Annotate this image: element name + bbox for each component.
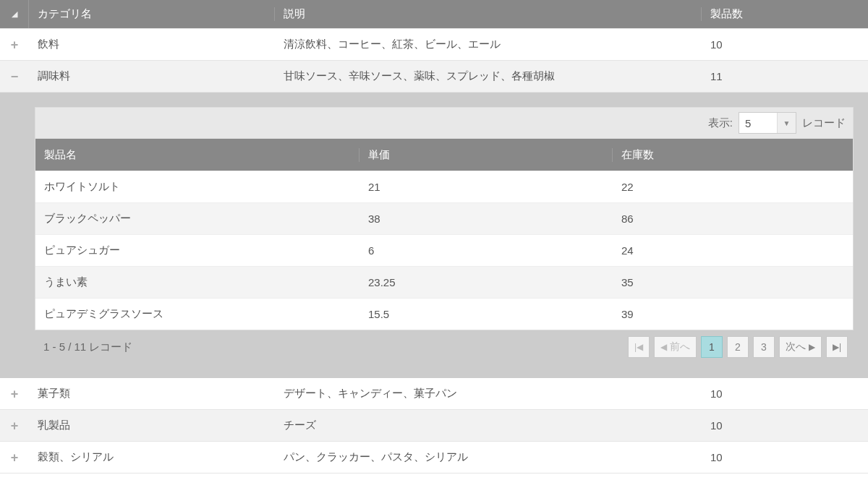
product-stock: 22	[613, 181, 853, 193]
table-row: + 乳製品 チーズ 10	[0, 410, 868, 442]
product-name: うまい素	[35, 275, 359, 289]
header-count[interactable]: 製品数	[702, 7, 868, 21]
page-size-select[interactable]: ▼	[739, 112, 796, 134]
table-row: + 菓子類 デザート、キャンディー、菓子パン 10	[0, 378, 868, 410]
pager-next-button[interactable]: 次へ ▶	[779, 336, 822, 358]
child-row: ホワイトソルト 21 22	[35, 171, 853, 202]
product-price: 23.25	[359, 276, 613, 288]
child-header-price[interactable]: 単価	[359, 148, 613, 162]
last-page-icon: ▶|	[833, 342, 841, 352]
product-stock: 24	[613, 244, 853, 257]
category-name: 調味料	[29, 69, 275, 83]
table-row: + 穀類、シリアル パン、クラッカー、パスタ、シリアル 10	[0, 442, 868, 473]
header-sort-cell[interactable]: ◢	[0, 0, 29, 28]
minus-icon: −	[0, 70, 29, 83]
category-desc: 甘味ソース、辛味ソース、薬味、スプレッド、各種胡椒	[275, 69, 702, 83]
category-name: 菓子類	[29, 387, 275, 400]
category-name: 穀類、シリアル	[29, 450, 275, 464]
page-size-input[interactable]	[739, 113, 777, 133]
category-desc: チーズ	[275, 419, 702, 432]
expand-cell[interactable]: +	[0, 378, 29, 409]
child-grid-container: 表示: ▼ レコード 製品名 単価 在庫数 ホワイトソルト 21 22 ブラック	[0, 93, 868, 378]
pager-last-button[interactable]: ▶|	[826, 336, 848, 358]
child-row: ブラックペッパー 38 86	[35, 202, 853, 234]
category-desc: パン、クラッカー、パスタ、シリアル	[275, 450, 702, 464]
child-header-name[interactable]: 製品名	[35, 148, 359, 162]
chevron-left-icon: ◀	[660, 342, 667, 352]
chevron-right-icon: ▶	[809, 342, 815, 352]
child-footer: 1 - 5 / 11 レコード |◀ ◀ 前へ 1 2 3 次へ ▶ ▶|	[35, 330, 854, 364]
plus-icon: +	[0, 38, 29, 51]
child-toolbar: 表示: ▼ レコード	[35, 107, 854, 139]
child-grid: 製品名 単価 在庫数 ホワイトソルト 21 22 ブラックペッパー 38 86 …	[35, 139, 854, 330]
product-stock: 39	[613, 308, 853, 320]
pager-page-button[interactable]: 2	[727, 336, 749, 358]
category-name: 飲料	[29, 38, 275, 51]
product-price: 6	[359, 244, 613, 257]
table-row: − 調味料 甘味ソース、辛味ソース、薬味、スプレッド、各種胡椒 11	[0, 61, 868, 93]
header-category[interactable]: カテゴリ名	[29, 7, 275, 21]
table-row: + 飲料 清涼飲料、コーヒー、紅茶、ビール、エール 10	[0, 29, 868, 61]
category-count: 10	[702, 38, 868, 51]
header-description[interactable]: 説明	[275, 7, 702, 21]
pager-page-button[interactable]: 1	[701, 336, 723, 358]
show-label: 表示:	[708, 116, 733, 130]
expand-cell[interactable]: +	[0, 410, 29, 441]
records-label: レコード	[802, 116, 846, 130]
pager-status: 1 - 5 / 11 レコード	[43, 340, 132, 354]
sort-asc-icon: ◢	[12, 9, 17, 19]
pager: |◀ ◀ 前へ 1 2 3 次へ ▶ ▶|	[628, 336, 848, 358]
pager-page-button[interactable]: 3	[753, 336, 775, 358]
product-stock: 35	[613, 276, 853, 288]
product-name: ピュアデミグラスソース	[35, 307, 359, 321]
category-count: 10	[702, 451, 868, 463]
first-page-icon: |◀	[634, 342, 643, 352]
category-count: 10	[702, 387, 868, 400]
product-name: ピュアシュガー	[35, 244, 359, 257]
pager-first-button[interactable]: |◀	[628, 336, 650, 358]
child-row: ピュアデミグラスソース 15.5 39	[35, 298, 853, 330]
product-stock: 86	[613, 213, 853, 225]
category-name: 乳製品	[29, 419, 275, 432]
child-row: うまい素 23.25 35	[35, 266, 853, 298]
plus-icon: +	[0, 451, 29, 464]
expand-cell[interactable]: +	[0, 29, 29, 60]
child-row: ピュアシュガー 6 24	[35, 234, 853, 266]
category-desc: 清涼飲料、コーヒー、紅茶、ビール、エール	[275, 38, 702, 51]
product-name: ホワイトソルト	[35, 180, 359, 194]
plus-icon: +	[0, 387, 29, 400]
chevron-down-icon: ▼	[783, 119, 791, 127]
header-row: ◢ カテゴリ名 説明 製品数	[0, 0, 868, 29]
expand-cell[interactable]: +	[0, 442, 29, 473]
pager-prev-button[interactable]: ◀ 前へ	[654, 336, 697, 358]
product-price: 38	[359, 213, 613, 225]
category-desc: デザート、キャンディー、菓子パン	[275, 387, 702, 400]
dropdown-toggle[interactable]: ▼	[777, 113, 796, 133]
product-price: 15.5	[359, 308, 613, 320]
prev-label: 前へ	[670, 340, 690, 353]
child-header-row: 製品名 単価 在庫数	[35, 139, 853, 171]
next-label: 次へ	[786, 340, 806, 353]
main-grid: ◢ カテゴリ名 説明 製品数 + 飲料 清涼飲料、コーヒー、紅茶、ビール、エール…	[0, 0, 868, 473]
child-header-stock[interactable]: 在庫数	[613, 148, 853, 162]
plus-icon: +	[0, 419, 29, 432]
product-name: ブラックペッパー	[35, 212, 359, 226]
category-count: 10	[702, 419, 868, 432]
product-price: 21	[359, 181, 613, 193]
category-count: 11	[702, 70, 868, 82]
expand-cell[interactable]: −	[0, 61, 29, 92]
